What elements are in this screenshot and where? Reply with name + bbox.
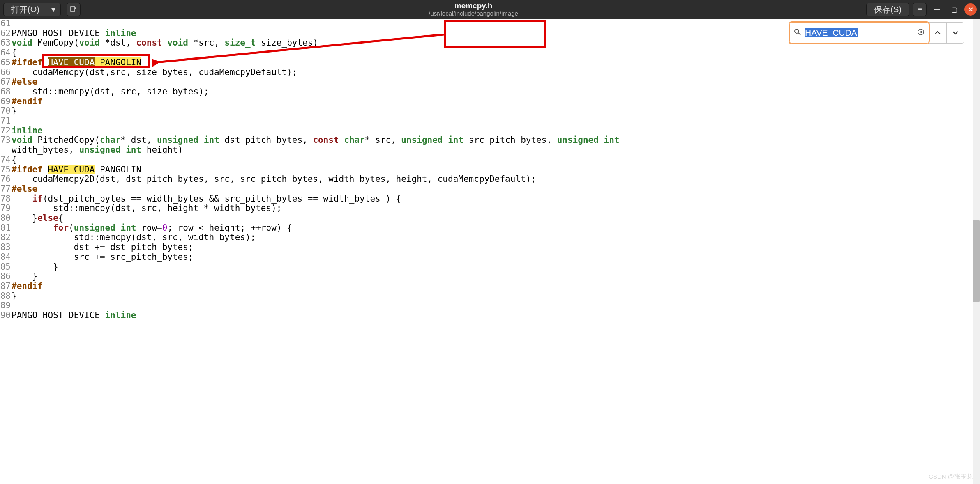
search-icon xyxy=(794,28,801,38)
chevron-down-icon: ▾ xyxy=(51,5,55,14)
code-line[interactable]: 77#else xyxy=(0,184,980,194)
new-tab-icon xyxy=(70,5,77,14)
code-line[interactable]: 74{ xyxy=(0,155,980,165)
code-line[interactable]: 80 }else{ xyxy=(0,213,980,223)
line-content[interactable]: for(unsigned int row=0; row < height; ++… xyxy=(12,223,980,233)
code-line[interactable]: 84 src += src_pitch_bytes; xyxy=(0,252,980,262)
maximize-icon: ▢ xyxy=(951,6,957,14)
line-number: 77 xyxy=(0,184,12,194)
code-line[interactable]: 64{ xyxy=(0,48,980,58)
line-content[interactable]: std::memcpy(dst, src, height * width_byt… xyxy=(12,204,980,213)
line-content[interactable]: { xyxy=(12,155,980,165)
line-content[interactable] xyxy=(12,116,980,126)
vertical-scrollbar[interactable] xyxy=(973,19,980,484)
code-line[interactable]: 87#endif xyxy=(0,282,980,291)
code-line[interactable]: 88} xyxy=(0,291,980,301)
open-button[interactable]: 打开(O) xyxy=(3,3,47,16)
code-line[interactable]: 78 if(dst_pitch_bytes == width_bytes && … xyxy=(0,194,980,204)
editor-area[interactable]: 6162PANGO_HOST_DEVICE inline63void MemCo… xyxy=(0,19,980,484)
find-next-button[interactable] xyxy=(946,22,964,44)
code-view[interactable]: 6162PANGO_HOST_DEVICE inline63void MemCo… xyxy=(0,19,980,321)
line-content[interactable]: #ifdef HAVE_CUDA_PANGOLIN xyxy=(12,58,980,68)
line-content[interactable]: cudaMemcpy2D(dst, dst_pitch_bytes, src, … xyxy=(12,174,980,184)
line-number: 89 xyxy=(0,301,12,311)
line-content[interactable]: cudaMemcpy(dst,src, size_bytes, cudaMemc… xyxy=(12,68,980,78)
code-line[interactable]: 75#ifdef HAVE_CUDA_PANGOLIN xyxy=(0,165,980,175)
line-number: 67 xyxy=(0,77,12,87)
line-content[interactable]: #endif xyxy=(12,282,980,291)
line-content[interactable]: if(dst_pitch_bytes == width_bytes && src… xyxy=(12,194,980,204)
code-line[interactable]: 76 cudaMemcpy2D(dst, dst_pitch_bytes, sr… xyxy=(0,174,980,184)
titlebar-center: memcpy.h /usr/local/include/pangolin/ima… xyxy=(81,2,866,17)
line-number: 90 xyxy=(0,311,12,321)
code-line[interactable]: 79 std::memcpy(dst, src, height * width_… xyxy=(0,204,980,213)
code-line[interactable]: 65#ifdef HAVE_CUDA_PANGOLIN xyxy=(0,58,980,68)
line-content[interactable]: }else{ xyxy=(12,213,980,223)
titlebar-left: 打开(O) ▾ xyxy=(3,3,81,16)
line-number: 74 xyxy=(0,155,12,165)
find-prev-button[interactable] xyxy=(929,22,947,44)
minimize-button[interactable]: — xyxy=(930,3,944,16)
code-line[interactable]: 86 } xyxy=(0,272,980,282)
line-number: 66 xyxy=(0,68,12,78)
open-dropdown-button[interactable]: ▾ xyxy=(47,3,61,16)
code-line[interactable]: 90PANGO_HOST_DEVICE inline xyxy=(0,311,980,321)
code-line[interactable]: width_bytes, unsigned int height) xyxy=(0,145,980,155)
chevron-up-icon xyxy=(934,29,941,37)
line-content[interactable]: #else xyxy=(12,184,980,194)
line-content[interactable]: inline xyxy=(12,126,980,136)
line-number xyxy=(0,145,12,155)
line-content[interactable]: PANGO_HOST_DEVICE inline xyxy=(12,311,980,321)
line-content[interactable]: #ifdef HAVE_CUDA_PANGOLIN xyxy=(12,165,980,175)
new-tab-button[interactable] xyxy=(67,3,81,16)
code-line[interactable]: 85 } xyxy=(0,262,980,272)
line-number: 62 xyxy=(0,29,12,39)
code-line[interactable]: 73void PitchedCopy(char* dst, unsigned i… xyxy=(0,135,980,145)
chevron-down-icon xyxy=(952,29,959,37)
code-line[interactable]: 71 xyxy=(0,116,980,126)
line-number: 75 xyxy=(0,165,12,175)
line-content[interactable]: void PitchedCopy(char* dst, unsigned int… xyxy=(12,135,980,145)
line-content[interactable]: } xyxy=(12,291,980,301)
find-bar: HAVE_CUDA xyxy=(789,22,964,44)
code-line[interactable]: 68 std::memcpy(dst, src, size_bytes); xyxy=(0,87,980,97)
line-content[interactable]: #else xyxy=(12,77,980,87)
line-content[interactable]: dst += dst_pitch_bytes; xyxy=(12,243,980,252)
line-content[interactable]: { xyxy=(12,48,980,58)
line-content[interactable]: #endif xyxy=(12,97,980,107)
scrollbar-thumb[interactable] xyxy=(973,220,980,302)
maximize-button[interactable]: ▢ xyxy=(947,3,961,16)
line-content[interactable]: } xyxy=(12,262,980,272)
hamburger-menu-button[interactable]: ≡ xyxy=(913,3,927,16)
watermark: CSDN @张玉龙 xyxy=(929,473,973,481)
code-line[interactable]: 66 cudaMemcpy(dst,src, size_bytes, cudaM… xyxy=(0,68,980,78)
line-content[interactable]: } xyxy=(12,272,980,282)
line-number: 79 xyxy=(0,204,12,213)
minimize-icon: — xyxy=(934,6,940,13)
clear-search-button[interactable] xyxy=(917,28,925,38)
line-content[interactable]: src += src_pitch_bytes; xyxy=(12,252,980,262)
titlebar: 打开(O) ▾ memcpy.h /usr/local/include/pang… xyxy=(0,0,980,19)
svg-rect-0 xyxy=(71,7,75,11)
code-line[interactable]: 82 std::memcpy(dst, src, width_bytes); xyxy=(0,233,980,243)
code-line[interactable]: 72inline xyxy=(0,126,980,136)
line-number: 76 xyxy=(0,174,12,184)
code-line[interactable]: 81 for(unsigned int row=0; row < height;… xyxy=(0,223,980,233)
find-input[interactable]: HAVE_CUDA xyxy=(805,28,914,38)
line-number: 73 xyxy=(0,135,12,145)
save-button[interactable]: 保存(S) xyxy=(866,3,909,16)
code-line[interactable]: 70} xyxy=(0,106,980,116)
svg-line-4 xyxy=(798,33,800,35)
line-number: 70 xyxy=(0,106,12,116)
titlebar-right: 保存(S) ≡ — ▢ ✕ xyxy=(866,3,977,16)
line-content[interactable]: std::memcpy(dst, src, size_bytes); xyxy=(12,87,980,97)
line-content[interactable]: std::memcpy(dst, src, width_bytes); xyxy=(12,233,980,243)
code-line[interactable]: 69#endif xyxy=(0,97,980,107)
line-content[interactable]: width_bytes, unsigned int height) xyxy=(12,145,980,155)
line-content[interactable]: } xyxy=(12,106,980,116)
code-line[interactable]: 67#else xyxy=(0,77,980,87)
close-window-button[interactable]: ✕ xyxy=(964,3,977,16)
code-line[interactable]: 89 xyxy=(0,301,980,311)
line-content[interactable] xyxy=(12,301,980,311)
code-line[interactable]: 83 dst += dst_pitch_bytes; xyxy=(0,243,980,252)
